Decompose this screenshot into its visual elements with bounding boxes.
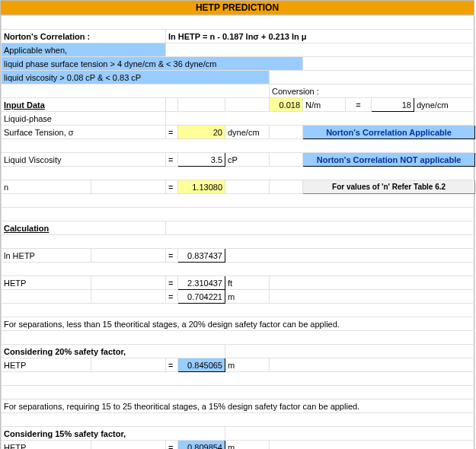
surface-tension-unit: dyne/cm xyxy=(225,126,270,139)
conversion-dyne-value[interactable]: 18 xyxy=(372,98,414,112)
sf20-heading: Considering 20% safety factor, xyxy=(2,345,225,358)
sf15-label: HETP xyxy=(2,441,91,450)
viscosity-unit: cP xyxy=(225,153,270,167)
hetp-m-value: 0.704221 xyxy=(178,290,225,304)
refer-table-button[interactable]: For values of 'n' Refer Table 6.2 xyxy=(303,180,475,194)
hetp-ft-value: 2.310437 xyxy=(178,276,225,290)
status-not-applicable: Norton's Correlation NOT applicable xyxy=(303,153,475,167)
sf20-unit: m xyxy=(225,358,270,372)
lnhetp-label: ln HETP xyxy=(2,249,91,263)
note-15-percent: For separations, requiring 15 to 25 theo… xyxy=(2,400,475,413)
viscosity-label: Liquid Viscosity xyxy=(2,153,166,167)
conversion-nm-unit: N/m xyxy=(303,98,346,112)
sf15-eq: = xyxy=(166,441,178,450)
sf20-value: 0.845065 xyxy=(178,358,225,372)
status-applicable: Norton's Correlation Applicable xyxy=(303,126,475,139)
correlation-label: Norton's Correlation : xyxy=(2,30,166,43)
surface-tension-label: Surface Tension, σ xyxy=(2,126,166,139)
lnhetp-value: 0.837437 xyxy=(178,249,225,263)
correlation-equation: ln HETP = n - 0.187 lnσ + 0.213 ln μ xyxy=(166,30,475,43)
sf15-heading: Considering 15% safety factor, xyxy=(2,427,225,441)
conversion-eq: = xyxy=(346,98,372,112)
input-data-heading: Input Data xyxy=(2,98,166,112)
hetp-ft-unit: ft xyxy=(225,276,270,290)
sf15-unit: m xyxy=(225,441,270,450)
surface-tension-eq: = xyxy=(166,126,178,139)
sf20-label: HETP xyxy=(2,358,91,372)
conversion-label: Conversion : xyxy=(270,84,475,98)
n-input[interactable]: 1.13080 xyxy=(178,180,225,194)
hetp-m-unit: m xyxy=(225,290,270,304)
calculation-heading: Calculation xyxy=(2,221,166,235)
hetp-ft-eq: = xyxy=(166,276,178,290)
hetp-label: HETP xyxy=(2,276,91,290)
applicable-heading: Applicable when, xyxy=(2,43,166,57)
n-label: n xyxy=(2,180,91,194)
condition-viscosity: liquid viscosity > 0.08 cP & < 0.83 cP xyxy=(2,71,270,84)
viscosity-input[interactable]: 3.5 xyxy=(178,153,225,167)
viscosity-eq: = xyxy=(166,153,178,167)
conversion-dyne-unit: dyne/cm xyxy=(414,98,475,112)
hetp-m-eq: = xyxy=(166,290,178,304)
surface-tension-input[interactable]: 20 xyxy=(178,126,225,139)
condition-surface-tension: liquid phase surface tension > 4 dyne/cm… xyxy=(2,57,303,71)
lnhetp-eq: = xyxy=(166,249,178,263)
sf20-eq: = xyxy=(166,358,178,372)
n-eq: = xyxy=(166,180,178,194)
conversion-nm-value[interactable]: 0.018 xyxy=(270,98,303,112)
liquid-phase-label: Liquid-phase xyxy=(2,112,166,126)
note-20-percent: For separations, less than 15 theoritica… xyxy=(2,317,475,331)
page-title: HETP PREDICTION xyxy=(1,1,474,15)
sf15-value: 0.809854 xyxy=(178,441,225,450)
